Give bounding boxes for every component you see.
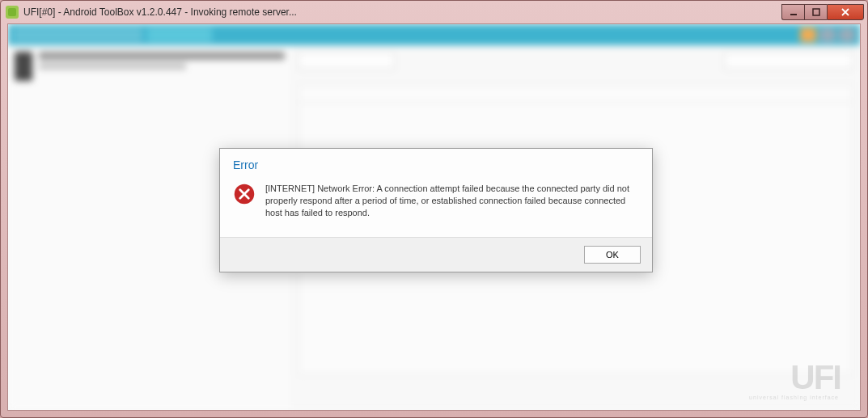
window-title: UFI[#0] - Android ToolBox v1.2.0.447 - I…: [23, 6, 781, 18]
error-dialog: Error [INTERNET] Network Error: A connec…: [219, 148, 653, 272]
dialog-message: [INTERNET] Network Error: A connection a…: [265, 183, 639, 219]
watermark-logo: UFI: [790, 358, 840, 397]
close-button[interactable]: [827, 4, 864, 20]
dialog-title: Error: [233, 158, 639, 171]
app-icon: [6, 6, 19, 19]
dialog-footer: OK: [220, 237, 652, 272]
dialog-body: [INTERNET] Network Error: A connection a…: [220, 175, 652, 237]
app-window: UFI[#0] - Android ToolBox v1.2.0.447 - I…: [0, 0, 868, 418]
ok-button[interactable]: OK: [584, 246, 641, 264]
minimize-button[interactable]: [781, 4, 804, 20]
maximize-button[interactable]: [804, 4, 827, 20]
window-controls: [781, 4, 864, 20]
error-icon: [233, 183, 256, 205]
titlebar[interactable]: UFI[#0] - Android ToolBox v1.2.0.447 - I…: [1, 1, 867, 23]
svg-rect-1: [813, 9, 819, 15]
dialog-header: Error: [220, 149, 652, 175]
svg-rect-0: [790, 14, 797, 15]
watermark-subtitle: universal flashing interface: [749, 395, 839, 400]
